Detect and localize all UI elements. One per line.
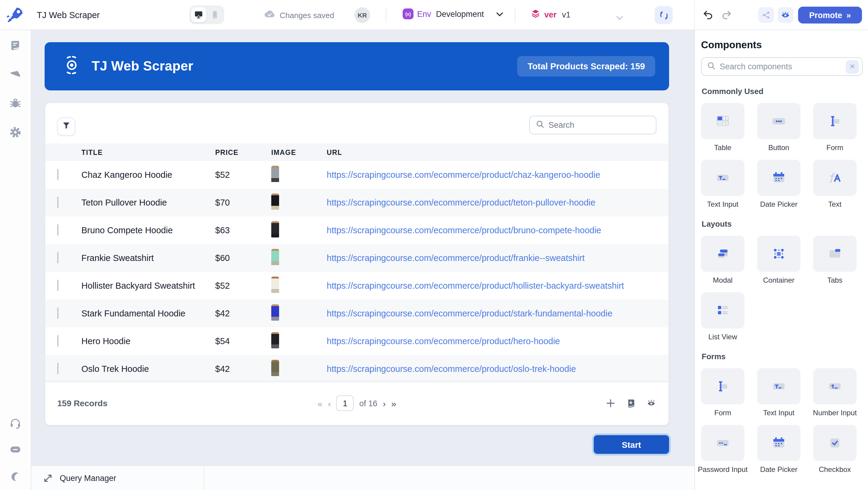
filter-button[interactable] <box>57 118 75 135</box>
components-search-input[interactable] <box>720 62 841 71</box>
component-card-table[interactable]: Table <box>701 103 744 152</box>
last-page-button[interactable]: » <box>391 398 396 408</box>
product-url-link[interactable]: https://scrapingcourse.com/ecommerce/pro… <box>327 281 669 290</box>
expand-panel-icon[interactable] <box>43 473 53 483</box>
component-card-modal[interactable]: Modal <box>701 236 744 284</box>
product-image-thumbnail <box>271 221 279 237</box>
product-url-link[interactable]: https://scrapingcourse.com/ecommerce/pro… <box>327 198 669 207</box>
user-avatar[interactable]: KR <box>354 7 370 23</box>
debugger-icon[interactable] <box>5 93 26 113</box>
version-selector[interactable]: ver v1 <box>530 8 570 21</box>
first-page-button[interactable]: « <box>317 398 322 408</box>
product-price-cell: $63 <box>215 225 271 235</box>
component-card-button[interactable]: Button <box>757 103 801 152</box>
table-row[interactable]: Hero Hoodie$54https://scrapingcourse.com… <box>45 327 669 355</box>
component-card-container[interactable]: Container <box>757 236 801 284</box>
row-checkbox[interactable] <box>57 252 59 264</box>
chat-feedback-icon[interactable] <box>5 439 26 460</box>
component-card-list-view[interactable]: List View <box>701 292 744 341</box>
component-label: Form <box>714 409 731 417</box>
share-icon[interactable] <box>758 7 774 23</box>
environment-selector[interactable]: {x} Env Development <box>403 8 503 19</box>
component-card-text-input[interactable]: Text Input <box>701 160 744 209</box>
theme-moon-icon[interactable] <box>5 466 26 486</box>
product-url-link[interactable]: https://scrapingcourse.com/ecommerce/pro… <box>327 336 669 346</box>
start-button[interactable]: Start <box>594 435 669 454</box>
settings-gear-icon[interactable] <box>5 122 26 142</box>
table-row[interactable]: Oslo Trek Hoodie$42https://scrapingcours… <box>45 355 669 383</box>
product-url-link[interactable]: https://scrapingcourse.com/ecommerce/pro… <box>327 364 669 374</box>
component-card-text[interactable]: Text <box>813 160 857 209</box>
table-row[interactable]: Bruno Compete Hoodie$63https://scrapingc… <box>45 216 669 244</box>
component-card-date-picker[interactable]: Date Picker <box>757 425 801 474</box>
table-row[interactable]: Chaz Kangeroo Hoodie$52https://scrapingc… <box>45 161 669 189</box>
chevron-down-icon[interactable] <box>616 12 623 23</box>
search-icon <box>536 120 544 130</box>
column-header[interactable]: PRICE <box>215 149 271 156</box>
product-url-link[interactable]: https://scrapingcourse.com/ecommerce/pro… <box>327 253 669 263</box>
preview-eye-icon[interactable] <box>778 7 793 23</box>
product-url-link[interactable]: https://scrapingcourse.com/ecommerce/pro… <box>327 309 669 318</box>
row-checkbox[interactable] <box>57 280 59 291</box>
add-row-icon[interactable] <box>606 398 615 408</box>
inspector-icon[interactable] <box>5 64 26 84</box>
component-card-form[interactable]: Form <box>701 368 744 417</box>
components-search[interactable]: ✕ <box>701 57 863 76</box>
component-card-form[interactable]: Form <box>813 103 857 152</box>
row-checkbox[interactable] <box>57 196 59 208</box>
query-manager-label[interactable]: Query Manager <box>60 473 116 483</box>
row-checkbox[interactable] <box>57 169 59 180</box>
pages-icon[interactable] <box>5 35 26 56</box>
product-url-link[interactable]: https://scrapingcourse.com/ecommerce/pro… <box>327 170 669 180</box>
row-checkbox[interactable] <box>57 224 59 236</box>
table-row[interactable]: Teton Pullover Hoodie$70https://scraping… <box>45 189 669 216</box>
records-count: 159 Records <box>57 398 107 408</box>
product-url-link[interactable]: https://scrapingcourse.com/ecommerce/pro… <box>327 225 669 235</box>
component-card-password-input[interactable]: Password Input <box>701 425 744 474</box>
next-page-button[interactable]: › <box>383 398 386 408</box>
table-row[interactable]: Stark Fundamental Hoodie$42https://scrap… <box>45 300 669 327</box>
table-row[interactable]: Frankie Sweatshirt$60https://scrapingcou… <box>45 244 669 272</box>
column-header[interactable]: TITLE <box>82 149 215 156</box>
component-card-tabs[interactable]: Tabs <box>813 236 857 284</box>
current-page-input[interactable]: 1 <box>336 395 354 411</box>
table-search[interactable] <box>529 116 656 134</box>
column-header[interactable]: IMAGE <box>271 149 327 156</box>
promote-button[interactable]: Promote » <box>798 7 862 24</box>
component-card-number-input[interactable]: Number Input <box>813 368 857 417</box>
column-header[interactable]: URL <box>327 149 669 156</box>
components-panel-title: Components <box>701 39 863 51</box>
environment-icon: {x} <box>403 8 413 19</box>
table-search-input[interactable] <box>549 121 650 130</box>
component-card-checkbox[interactable]: Checkbox <box>813 425 857 474</box>
clear-x-icon[interactable]: ✕ <box>846 60 859 73</box>
app-title[interactable]: TJ Web Scraper <box>37 10 100 20</box>
redo-icon[interactable] <box>721 9 733 23</box>
password-input-icon <box>701 425 744 461</box>
mobile-icon[interactable] <box>207 7 222 22</box>
row-checkbox[interactable] <box>57 307 59 319</box>
column-visibility-eye-icon[interactable] <box>646 399 656 407</box>
list-view-icon <box>701 292 744 329</box>
section-label-commonly-used: Commonly Used <box>702 87 863 96</box>
container-icon <box>757 236 801 272</box>
prev-page-button[interactable]: ‹ <box>328 398 331 408</box>
download-data-icon[interactable] <box>626 398 636 408</box>
components-sections: Commonly UsedTableButtonFormText InputDa… <box>701 87 863 474</box>
refresh-icon[interactable] <box>655 6 673 24</box>
support-headset-icon[interactable] <box>5 413 26 433</box>
component-card-date-picker[interactable]: Date Picker <box>757 160 801 209</box>
table-body: Chaz Kangeroo Hoodie$52https://scrapingc… <box>45 161 669 383</box>
desktop-icon[interactable] <box>191 7 206 22</box>
row-checkbox[interactable] <box>57 363 59 374</box>
undo-icon[interactable] <box>702 9 714 23</box>
component-label: List View <box>708 333 737 341</box>
product-title-cell: Bruno Compete Hoodie <box>82 225 215 235</box>
table-row[interactable]: Hollister Backyard Sweatshirt$52https://… <box>45 272 669 300</box>
device-layout-toggle[interactable] <box>189 5 224 24</box>
tooljet-logo-rocket-icon[interactable] <box>5 5 25 25</box>
component-card-text-input[interactable]: Text Input <box>757 368 801 417</box>
product-price-cell: $52 <box>215 170 271 180</box>
version-label: ver <box>544 10 557 19</box>
row-checkbox[interactable] <box>57 335 59 346</box>
